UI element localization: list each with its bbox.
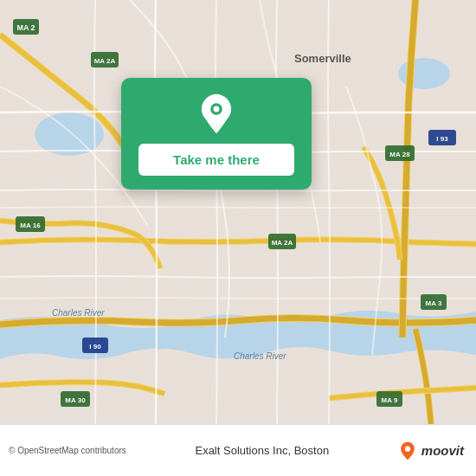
popup-card: Take me there [121,78,312,190]
svg-text:Charles River: Charles River [52,308,105,318]
moovit-logo: moovit [398,441,464,460]
map-background: MA 2 MA 2A MA 16 I 90 MA 2A MA 28 I 93 M… [0,0,476,424]
bottom-bar: © OpenStreetMap contributors Exalt Solut… [0,424,476,476]
svg-text:MA 28: MA 28 [389,151,410,158]
place-info: Exalt Solutions Inc, Boston [195,444,329,457]
svg-point-28 [214,106,220,113]
svg-text:MA 2: MA 2 [16,23,35,32]
svg-text:MA 9: MA 9 [382,396,398,404]
location-pin-icon [196,93,237,135]
svg-text:MA 2A: MA 2A [272,239,293,247]
svg-point-1 [35,113,104,156]
copyright-text: © OpenStreetMap contributors [9,446,126,455]
map-container: MA 2 MA 2A MA 16 I 90 MA 2A MA 28 I 93 M… [0,0,476,424]
moovit-text: moovit [421,443,464,458]
svg-text:MA 16: MA 16 [20,222,41,229]
svg-point-29 [405,446,410,451]
svg-text:I 93: I 93 [436,135,448,143]
take-me-there-button[interactable]: Take me there [138,144,294,176]
svg-text:MA 2A: MA 2A [94,57,116,65]
svg-text:Charles River: Charles River [234,351,286,361]
svg-text:MA 30: MA 30 [65,396,86,404]
svg-text:MA 3: MA 3 [426,299,442,307]
svg-text:I 90: I 90 [89,343,101,351]
svg-text:Somerville: Somerville [294,52,351,65]
moovit-pin-icon [398,441,417,460]
